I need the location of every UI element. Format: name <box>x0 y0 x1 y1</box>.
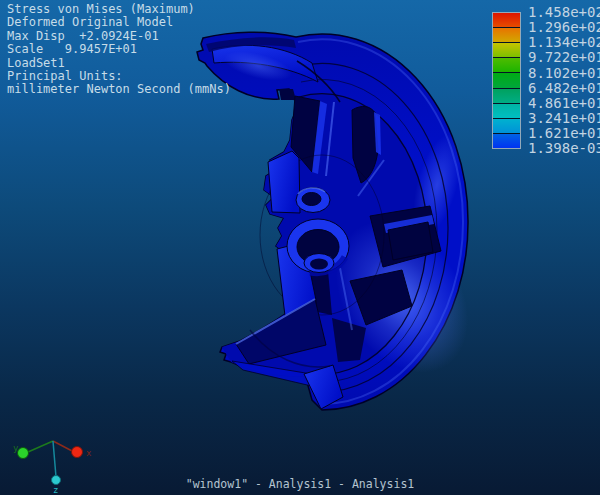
legend-value: 9.722e+01 <box>528 50 600 65</box>
bolt-hole <box>302 193 321 206</box>
legend-value: 1.398e-03 <box>528 141 600 156</box>
x-axis-line <box>53 441 74 452</box>
legend-value: 1.296e+02 <box>528 20 600 35</box>
result-info-line: Principal Units: <box>7 70 231 83</box>
x-axis-dot <box>72 447 83 458</box>
result-info-line: millimeter Newton Second (mmNs) <box>7 83 231 96</box>
result-info-line: LoadSet1 <box>7 57 231 70</box>
result-info-line: Stress von Mises (Maximum) <box>7 3 231 16</box>
legend-segment <box>493 73 520 88</box>
legend-segment <box>493 104 520 119</box>
window-title: "window1" - Analysis1 - Analysis1 <box>0 477 600 491</box>
result-info-line: Deformed Original Model <box>7 16 231 29</box>
legend-value: 8.102e+01 <box>528 66 600 81</box>
hub-cylinder-hole <box>310 259 328 270</box>
legend-segment <box>493 43 520 58</box>
legend-value: 6.482e+01 <box>528 81 600 96</box>
legend-values: 1.458e+021.296e+021.134e+029.722e+018.10… <box>528 5 600 157</box>
stress-legend: 1.458e+021.296e+021.134e+029.722e+018.10… <box>480 0 600 160</box>
result-info-line: Max Disp +2.0924E-01 <box>7 30 231 43</box>
z-axis-line <box>53 441 56 477</box>
creo-results-window: Stress von Mises (Maximum)Deformed Origi… <box>0 0 600 495</box>
legend-segment <box>493 89 520 104</box>
legend-value: 1.621e+01 <box>528 126 600 141</box>
result-info-line: Scale 9.9457E+01 <box>7 43 231 56</box>
legend-segment <box>493 13 520 28</box>
legend-segment <box>493 58 520 73</box>
legend-colorbar <box>492 12 521 149</box>
y-axis-dot <box>18 448 29 459</box>
legend-segment <box>493 134 520 148</box>
legend-segment <box>493 28 520 43</box>
legend-value: 4.861e+01 <box>528 96 600 111</box>
hub-cut-face-upper <box>268 151 300 213</box>
x-axis-label: x <box>86 448 92 458</box>
legend-value: 1.458e+02 <box>528 5 600 20</box>
legend-value: 3.241e+01 <box>528 111 600 126</box>
legend-value: 1.134e+02 <box>528 35 600 50</box>
legend-segment <box>493 119 520 134</box>
result-info-block: Stress von Mises (Maximum)Deformed Origi… <box>7 3 231 97</box>
y-axis-line <box>28 441 53 452</box>
